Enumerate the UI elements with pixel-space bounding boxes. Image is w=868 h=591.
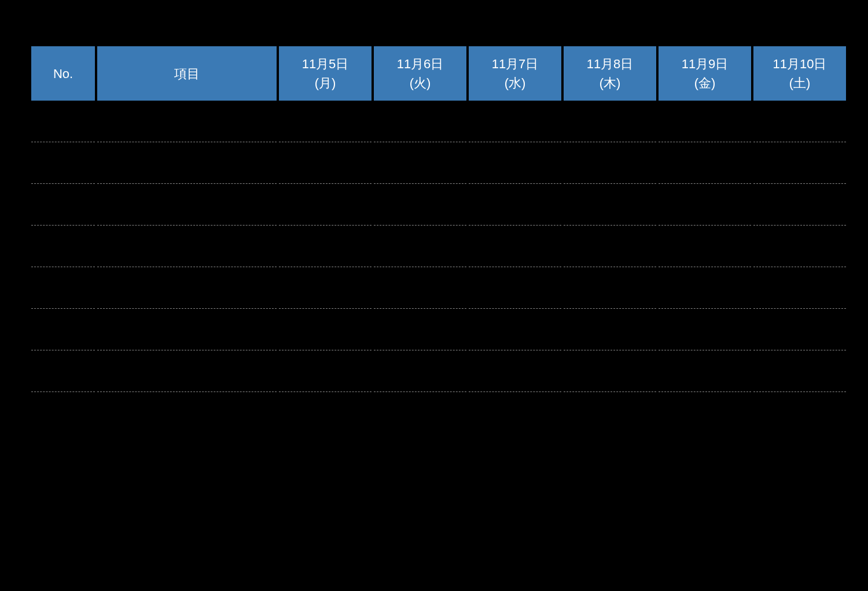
table-cell: [469, 226, 561, 267]
table-cell: [469, 142, 561, 184]
table-cell: [279, 267, 372, 309]
table-cell: [97, 350, 277, 392]
table-cell: [31, 309, 95, 350]
header-no-label: No.: [53, 67, 73, 81]
header-day-3: 11月8日 (木): [564, 46, 656, 101]
header-item-label: 項目: [174, 67, 200, 81]
header-day-1: 11月6日 (火): [374, 46, 466, 101]
table-cell: [374, 392, 466, 434]
header-day-1-date: 11月6日: [397, 57, 444, 71]
table-cell: [469, 392, 561, 434]
schedule-page: No. 項目 11月5日 (月) 11月6日 (火) 11月7日 (水): [0, 0, 868, 434]
table-cell: [469, 101, 561, 142]
table-cell: [753, 350, 846, 392]
table-cell: [753, 309, 846, 350]
header-day-1-dow: (火): [410, 76, 431, 90]
table-cell: [753, 184, 846, 226]
table-cell: [374, 309, 466, 350]
table-cell: [659, 392, 751, 434]
table-row: [31, 392, 846, 434]
table-cell: [97, 309, 277, 350]
table-cell: [469, 350, 561, 392]
table-cell: [564, 142, 656, 184]
table-row: [31, 226, 846, 267]
table-row: [31, 142, 846, 184]
table-cell: [279, 101, 372, 142]
header-day-2-dow: (水): [505, 76, 526, 90]
table-cell: [374, 267, 466, 309]
table-cell: [97, 267, 277, 309]
table-cell: [31, 392, 95, 434]
header-day-3-date: 11月8日: [587, 57, 634, 71]
table-cell: [469, 309, 561, 350]
header-day-2: 11月7日 (水): [469, 46, 561, 101]
table-cell: [659, 142, 751, 184]
table-cell: [564, 101, 656, 142]
table-cell: [374, 226, 466, 267]
header-day-5-date: 11月10日: [773, 57, 827, 71]
header-day-0-dow: (月): [315, 76, 336, 90]
table-header-row: No. 項目 11月5日 (月) 11月6日 (火) 11月7日 (水): [31, 46, 846, 101]
table-cell: [31, 184, 95, 226]
table-cell: [279, 184, 372, 226]
header-no: No.: [31, 46, 95, 101]
table-cell: [279, 392, 372, 434]
table-cell: [659, 309, 751, 350]
table-cell: [31, 101, 95, 142]
table-cell: [753, 101, 846, 142]
table-cell: [659, 101, 751, 142]
table-cell: [564, 267, 656, 309]
table-cell: [564, 184, 656, 226]
table-cell: [564, 392, 656, 434]
table-cell: [564, 350, 656, 392]
table-cell: [753, 226, 846, 267]
table-cell: [753, 392, 846, 434]
header-item: 項目: [97, 46, 277, 101]
header-day-0-date: 11月5日: [302, 57, 349, 71]
table-cell: [659, 350, 751, 392]
table-cell: [753, 267, 846, 309]
header-day-0: 11月5日 (月): [279, 46, 372, 101]
header-day-4: 11月9日 (金): [659, 46, 751, 101]
table-cell: [659, 267, 751, 309]
table-cell: [279, 350, 372, 392]
header-day-2-date: 11月7日: [492, 57, 539, 71]
table-cell: [97, 392, 277, 434]
header-day-5: 11月10日 (土): [753, 46, 846, 101]
table-cell: [753, 142, 846, 184]
table-cell: [469, 267, 561, 309]
table-cell: [31, 267, 95, 309]
table-cell: [97, 226, 277, 267]
table-cell: [564, 226, 656, 267]
table-cell: [97, 142, 277, 184]
table-row: [31, 267, 846, 309]
header-day-4-dow: (金): [694, 76, 716, 90]
header-day-4-date: 11月9日: [682, 57, 729, 71]
table-cell: [279, 226, 372, 267]
table-row: [31, 101, 846, 142]
table-cell: [31, 142, 95, 184]
table-cell: [659, 184, 751, 226]
table-cell: [374, 142, 466, 184]
schedule-table: No. 項目 11月5日 (月) 11月6日 (火) 11月7日 (水): [29, 46, 848, 434]
table-row: [31, 309, 846, 350]
header-day-3-dow: (木): [599, 76, 621, 90]
table-row: [31, 184, 846, 226]
table-cell: [374, 184, 466, 226]
table-cell: [374, 101, 466, 142]
table-cell: [31, 226, 95, 267]
table-cell: [659, 226, 751, 267]
table-cell: [279, 309, 372, 350]
table-cell: [564, 309, 656, 350]
header-day-5-dow: (土): [789, 76, 811, 90]
table-body: [31, 101, 846, 434]
table-cell: [97, 101, 277, 142]
table-cell: [279, 142, 372, 184]
table-cell: [31, 350, 95, 392]
table-cell: [97, 184, 277, 226]
table-row: [31, 350, 846, 392]
table-cell: [469, 184, 561, 226]
table-cell: [374, 350, 466, 392]
